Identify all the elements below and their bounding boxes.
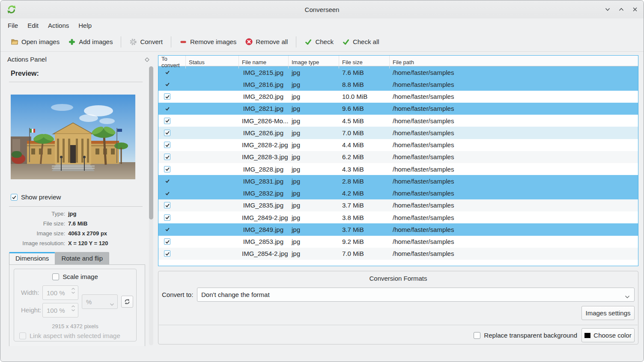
- info-imagesize-value: 4063 x 2709 px: [68, 230, 107, 237]
- cell-file-path: /home/faster/samples: [390, 166, 638, 173]
- row-checkbox[interactable]: [164, 81, 170, 88]
- cell-image-type: jpg: [289, 166, 339, 173]
- row-checkbox[interactable]: [164, 190, 170, 196]
- cell-image-type: jpg: [289, 117, 339, 125]
- add-images-button[interactable]: Add images: [64, 35, 117, 49]
- cell-image-type: jpg: [289, 178, 339, 185]
- row-checkbox[interactable]: [164, 69, 170, 76]
- convert-to-label: Convert to:: [162, 288, 193, 302]
- check-icon: [165, 82, 170, 87]
- row-checkbox[interactable]: [164, 154, 170, 160]
- table-row[interactable]: IMG_2835.jpg jpg 3.7 MiB /home/faster/sa…: [158, 199, 638, 211]
- row-checkbox[interactable]: [164, 178, 170, 184]
- cell-file-size: 6.2 MiB: [339, 153, 390, 160]
- table-row[interactable]: IMG_2828-2.jpg jpg 4.4 MiB /home/faster/…: [158, 139, 638, 151]
- panel-tabs: Dimensions Rotate and flip: [9, 252, 109, 265]
- maximize-button[interactable]: [618, 6, 625, 13]
- column-file-name[interactable]: File name: [239, 56, 289, 68]
- column-to-convert[interactable]: To convert: [158, 56, 186, 68]
- check-icon: [165, 118, 170, 123]
- table-row[interactable]: IMG_2832.jpg jpg 4.2 MiB /home/faster/sa…: [158, 187, 638, 199]
- convert-button[interactable]: Convert: [125, 35, 167, 49]
- dimensions-pane: Scale image Width: 100 % Height: 100 %: [9, 264, 145, 346]
- float-panel-icon[interactable]: [145, 56, 149, 64]
- row-checkbox[interactable]: [164, 93, 170, 100]
- row-checkbox[interactable]: [164, 250, 170, 257]
- row-checkbox[interactable]: [164, 130, 170, 136]
- table-row[interactable]: IMG_2828.jpg jpg 4.3 MiB /home/faster/sa…: [158, 163, 638, 175]
- cell-file-path: /home/faster/samples: [390, 190, 638, 197]
- column-status[interactable]: Status: [186, 56, 239, 68]
- row-checkbox[interactable]: [164, 238, 170, 245]
- row-checkbox[interactable]: [164, 202, 170, 208]
- show-preview-checkbox[interactable]: Show preview: [11, 193, 61, 201]
- menu-file[interactable]: File: [3, 20, 23, 31]
- cell-file-path: /home/faster/samples: [390, 214, 638, 221]
- refresh-icon: [124, 298, 131, 305]
- menu-edit[interactable]: Edit: [23, 20, 43, 31]
- unit-combobox[interactable]: %: [82, 294, 118, 309]
- table-row[interactable]: IMG_2828-3.jpg jpg 6.2 MiB /home/faster/…: [158, 151, 638, 163]
- column-image-type[interactable]: Image type: [289, 56, 339, 68]
- check-button[interactable]: Check: [300, 35, 338, 49]
- format-combobox[interactable]: Don't change the format: [197, 288, 635, 302]
- cell-image-type: jpg: [289, 129, 339, 136]
- tab-dimensions[interactable]: Dimensions: [9, 252, 55, 265]
- menu-actions[interactable]: Actions: [43, 20, 74, 31]
- cell-file-size: 7.0 MiB: [339, 129, 390, 136]
- row-checkbox[interactable]: [164, 166, 170, 172]
- convert-icon: [129, 38, 137, 46]
- choose-color-button[interactable]: Choose color: [581, 328, 635, 342]
- menu-help[interactable]: Help: [74, 20, 96, 31]
- conversion-formats-group: Conversion Formats Convert to: Don't cha…: [158, 271, 638, 344]
- scale-image-checkbox[interactable]: Scale image: [14, 273, 136, 280]
- row-checkbox[interactable]: [164, 105, 170, 112]
- open-images-label: Open images: [21, 38, 60, 45]
- check-all-button[interactable]: Check all: [338, 35, 384, 49]
- reset-dimensions-button[interactable]: [121, 296, 133, 308]
- images-settings-button[interactable]: Images settings: [581, 306, 635, 320]
- remove-images-button[interactable]: Remove images: [175, 35, 241, 49]
- link-aspect-checkbox[interactable]: Link aspect with selected image: [19, 332, 120, 339]
- table-row[interactable]: IMG_2820.jpg jpg 10.0 MiB /home/faster/s…: [158, 91, 638, 103]
- remove-all-button[interactable]: Remove all: [241, 35, 292, 49]
- cell-image-type: jpg: [289, 238, 339, 245]
- panel-scrollbar[interactable]: [149, 66, 153, 345]
- row-checkbox[interactable]: [164, 118, 170, 124]
- cell-image-type: jpg: [289, 93, 339, 100]
- open-images-button[interactable]: Open images: [6, 35, 64, 49]
- check-icon: [165, 154, 170, 160]
- conversion-formats-title: Conversion Formats: [158, 275, 638, 282]
- cell-file-name: IMG_2828.jpg: [239, 166, 289, 173]
- table-row[interactable]: IMG_2854-2.jpg jpg 7.0 MiB /home/faster/…: [158, 248, 638, 260]
- cell-file-size: 3.7 MiB: [339, 202, 390, 209]
- table-row[interactable]: IMG_2826-Mo... jpg 4.5 MiB /home/faster/…: [158, 115, 638, 127]
- table-row[interactable]: IMG_2821.jpg jpg 9.6 MiB /home/faster/sa…: [158, 103, 638, 115]
- table-row[interactable]: IMG_2816.jpg jpg 8.8 MiB /home/faster/sa…: [158, 78, 638, 90]
- close-button[interactable]: [632, 6, 638, 13]
- table-row[interactable]: IMG_2849-2.jpg jpg 3.8 MiB /home/faster/…: [158, 211, 638, 223]
- remove-images-label: Remove images: [190, 38, 236, 45]
- row-checkbox[interactable]: [164, 142, 170, 148]
- cell-file-path: /home/faster/samples: [390, 153, 638, 160]
- row-checkbox[interactable]: [164, 226, 170, 233]
- height-value: 100 %: [47, 307, 65, 314]
- minimize-button[interactable]: [604, 6, 611, 13]
- chevron-down-icon: [110, 300, 114, 307]
- height-spinbox[interactable]: 100 %: [42, 303, 78, 317]
- tab-rotate-and-flip[interactable]: Rotate and flip: [55, 252, 109, 265]
- row-checkbox[interactable]: [164, 214, 170, 221]
- image-info: Type:jpg File size:7.6 MiB Image size:40…: [5, 211, 146, 250]
- scrollbar-handle[interactable]: [149, 66, 153, 220]
- divider: [159, 325, 638, 325]
- width-spinbox[interactable]: 100 %: [42, 285, 78, 300]
- table-row[interactable]: IMG_2831.jpg jpg 2.8 MiB /home/faster/sa…: [158, 175, 638, 187]
- table-row[interactable]: IMG_2853.jpg jpg 9.2 MiB /home/faster/sa…: [158, 236, 638, 248]
- width-value: 100 %: [47, 289, 65, 297]
- replace-background-checkbox[interactable]: Replace transparent background: [474, 328, 577, 342]
- check-icon: [165, 106, 170, 111]
- column-file-path[interactable]: File path: [390, 56, 638, 68]
- table-row[interactable]: IMG_2826.jpg jpg 7.0 MiB /home/faster/sa…: [158, 127, 638, 139]
- column-file-size[interactable]: File size: [339, 56, 390, 68]
- table-row[interactable]: IMG_2849.jpg jpg 3.7 MiB /home/faster/sa…: [158, 223, 638, 235]
